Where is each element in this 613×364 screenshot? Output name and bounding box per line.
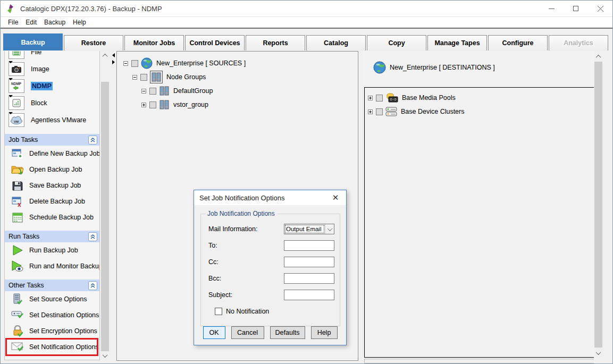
- task-set-notification-options[interactable]: Set Notification Options: [5, 339, 99, 355]
- image-module-icon: [9, 62, 24, 76]
- mail-information-select[interactable]: Output Email: [284, 224, 334, 234]
- tab-restore[interactable]: Restore: [64, 35, 123, 50]
- tree-node-label[interactable]: Base Media Pools: [402, 94, 456, 101]
- task-save-backup-job[interactable]: Save Backup Job: [5, 177, 99, 193]
- collapse-toggle-icon[interactable]: [132, 75, 137, 80]
- ok-button[interactable]: OK: [203, 326, 225, 339]
- defaults-button[interactable]: Defaults: [270, 326, 305, 339]
- help-button[interactable]: Help: [311, 326, 338, 339]
- task-run-backup-job[interactable]: Run Backup Job: [5, 242, 99, 258]
- tab-control-devices[interactable]: Control Devices: [185, 35, 245, 50]
- tab-catalog[interactable]: Catalog: [306, 35, 366, 50]
- cancel-button[interactable]: Cancel: [231, 326, 264, 339]
- tree-checkbox[interactable]: [140, 74, 147, 81]
- panel-splitter[interactable]: [111, 51, 116, 364]
- minimize-button[interactable]: [539, 1, 564, 16]
- tree-node-defaultgroup[interactable]: DefaultGroup: [141, 84, 358, 98]
- tab-configure[interactable]: Configure: [488, 35, 548, 50]
- tree-node-label[interactable]: New_Enterprise [ DESTINATIONS ]: [390, 64, 495, 71]
- tree-node-base-media-pools[interactable]: Base Media Pools: [368, 91, 600, 105]
- menu-file[interactable]: File: [4, 18, 22, 27]
- scrollbar-thumb[interactable]: [594, 62, 602, 348]
- tab-backup[interactable]: Backup: [3, 33, 63, 50]
- to-field[interactable]: [284, 240, 334, 251]
- destinations-scrollbar[interactable]: [594, 51, 603, 364]
- tree-node-label[interactable]: vstor_group: [173, 101, 208, 108]
- task-schedule-backup-job[interactable]: Schedule Backup Job: [5, 209, 99, 225]
- collapse-chevron-icon[interactable]: [88, 281, 97, 290]
- destinations-tree-box: Base Media Pools Base Device Clusters: [364, 87, 601, 358]
- subject-field[interactable]: [284, 290, 334, 300]
- destinations-hscrollbar[interactable]: [364, 359, 601, 363]
- task-label: Set Encryption Options: [29, 327, 97, 335]
- tree-node-label[interactable]: New_Enterprise [ SOURCES ]: [156, 60, 246, 67]
- bcc-field[interactable]: [284, 273, 334, 284]
- tree-node-label[interactable]: Base Device Clusters: [401, 108, 465, 115]
- tree-checkbox[interactable]: [376, 95, 383, 101]
- catalogic-logo-icon: [6, 4, 14, 13]
- tree-node-base-device-clusters[interactable]: Base Device Clusters: [368, 105, 600, 118]
- scrollbar-thumb[interactable]: [101, 82, 109, 353]
- collapse-chevron-icon[interactable]: [88, 232, 97, 241]
- expand-toggle-icon[interactable]: [368, 109, 373, 114]
- task-set-destination-options[interactable]: Set Destination Options: [5, 307, 99, 323]
- menu-help[interactable]: Help: [69, 18, 90, 27]
- task-label: Set Notification Options: [29, 343, 99, 351]
- tree-node-vstor-group[interactable]: vstor_group: [141, 98, 358, 112]
- task-run-and-monitor-backup-job[interactable]: Run and Monitor Backup Job: [5, 258, 99, 274]
- tree-checkbox[interactable]: [131, 60, 138, 67]
- tab-analytics: Analytics: [549, 35, 608, 50]
- sidebar-item-ndmp[interactable]: NDMP NDMP: [5, 78, 99, 95]
- tab-monitor-jobs[interactable]: Monitor Jobs: [124, 35, 184, 50]
- dialog-close-icon[interactable]: ✕: [330, 193, 341, 202]
- menu-edit[interactable]: Edit: [22, 18, 40, 27]
- no-notification-checkbox[interactable]: [215, 308, 222, 315]
- tree-node-label[interactable]: DefaultGroup: [173, 87, 213, 95]
- sidebar-item-block[interactable]: Block: [5, 95, 99, 112]
- tab-copy[interactable]: Copy: [367, 35, 426, 50]
- scroll-down-icon[interactable]: [594, 349, 603, 358]
- collapse-chevron-icon[interactable]: [88, 136, 97, 145]
- task-set-source-options[interactable]: Set Source Options: [5, 291, 99, 307]
- collapse-toggle-icon[interactable]: [123, 61, 128, 66]
- task-label: Set Source Options: [29, 295, 87, 303]
- destinations-root[interactable]: New_Enterprise [ DESTINATIONS ]: [363, 51, 603, 84]
- encryption-lock-icon: [11, 325, 24, 337]
- collapse-left-icon[interactable]: [112, 53, 115, 57]
- sidebar-scrollbar[interactable]: [100, 51, 110, 364]
- tree-node-node-groups[interactable]: Node Groups: [132, 70, 358, 84]
- notification-envelope-icon: [11, 341, 24, 353]
- chevron-down-icon[interactable]: [325, 224, 334, 234]
- sidebar-item-image[interactable]: Image: [5, 61, 99, 78]
- scroll-up-icon[interactable]: [100, 51, 110, 60]
- section-title: Job Tasks: [9, 136, 38, 143]
- scroll-down-icon[interactable]: [100, 351, 110, 360]
- task-set-encryption-options[interactable]: Set Encryption Options: [5, 323, 99, 339]
- cc-field[interactable]: [284, 257, 334, 267]
- tree-node-label[interactable]: Node Groups: [166, 73, 206, 81]
- tree-node-enterprise-sources[interactable]: New_Enterprise [ SOURCES ]: [123, 56, 358, 70]
- sidebar-item-agentless-vmware[interactable]: VM Agentless VMware: [5, 112, 99, 129]
- task-label: Delete Backup Job: [29, 198, 85, 205]
- close-button[interactable]: [588, 1, 612, 16]
- expand-toggle-icon[interactable]: [141, 103, 146, 107]
- media-pool-icon: [385, 92, 398, 103]
- tab-manage-tapes[interactable]: Manage Tapes: [427, 35, 487, 50]
- tree-checkbox[interactable]: [149, 88, 156, 95]
- section-title: Other Tasks: [9, 282, 44, 289]
- tree-checkbox[interactable]: [149, 101, 156, 108]
- node-group-icon: [159, 99, 170, 110]
- task-label: Define New Backup Job: [29, 150, 100, 157]
- collapse-toggle-icon[interactable]: [141, 89, 146, 94]
- sidebar-item-file[interactable]: File: [5, 51, 99, 61]
- expand-toggle-icon[interactable]: [368, 96, 373, 100]
- task-delete-backup-job[interactable]: x Delete Backup Job: [5, 193, 99, 209]
- tree-checkbox[interactable]: [376, 108, 383, 115]
- maximize-button[interactable]: [564, 1, 588, 16]
- tab-reports[interactable]: Reports: [246, 35, 305, 50]
- task-open-backup-job[interactable]: Open Backup Job: [5, 162, 99, 177]
- task-define-new-backup-job[interactable]: Define New Backup Job: [5, 146, 99, 162]
- scroll-up-icon[interactable]: [594, 52, 603, 61]
- expand-right-icon[interactable]: [112, 60, 115, 64]
- menu-backup[interactable]: Backup: [40, 18, 69, 27]
